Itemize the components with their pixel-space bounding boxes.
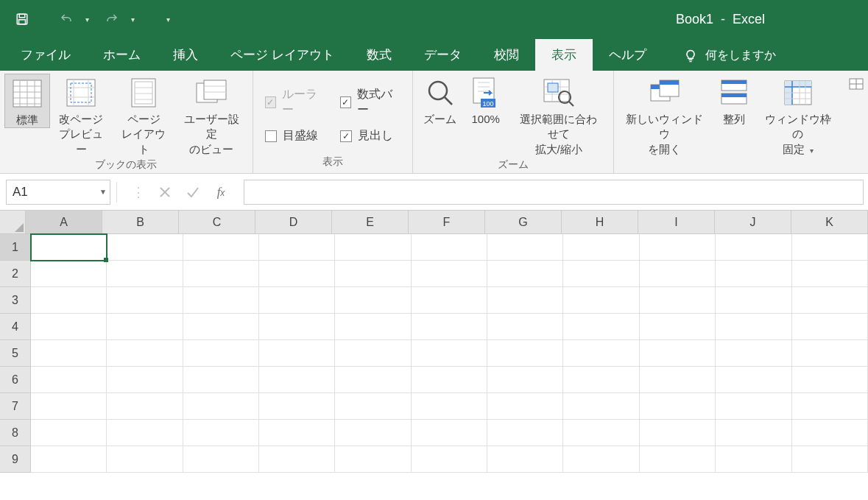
cell[interactable]: [640, 261, 716, 287]
column-header[interactable]: E: [332, 211, 409, 234]
cell[interactable]: [792, 234, 868, 261]
cell[interactable]: [259, 261, 335, 287]
cell[interactable]: [259, 446, 335, 473]
cell[interactable]: [259, 340, 335, 367]
cell[interactable]: [716, 420, 791, 446]
row-header[interactable]: 4: [0, 314, 31, 340]
cell[interactable]: [259, 367, 335, 393]
cell[interactable]: [31, 287, 107, 314]
cell[interactable]: [640, 287, 716, 314]
undo-dropdown-icon[interactable]: ▾: [85, 15, 93, 24]
cell[interactable]: [183, 234, 259, 261]
cell[interactable]: [412, 287, 487, 314]
cell[interactable]: [716, 261, 791, 287]
cell[interactable]: [335, 367, 411, 393]
cell[interactable]: [31, 234, 107, 261]
row-header[interactable]: 2: [0, 261, 31, 287]
cell[interactable]: [640, 340, 716, 367]
cell[interactable]: [563, 314, 639, 340]
custom-views-button[interactable]: ユーザー設定 のビュー: [175, 74, 248, 157]
freeze-panes-button[interactable]: ウィンドウ枠の 固定 ▾: [757, 74, 839, 157]
column-header[interactable]: D: [255, 211, 332, 234]
formula-input[interactable]: [244, 180, 864, 205]
cell[interactable]: [31, 393, 107, 420]
cell[interactable]: [259, 420, 335, 446]
cell[interactable]: [487, 287, 563, 314]
cell[interactable]: [259, 314, 335, 340]
cell[interactable]: [183, 261, 259, 287]
cell[interactable]: [183, 314, 259, 340]
cell[interactable]: [412, 367, 487, 393]
cancel-formula-button[interactable]: [157, 184, 173, 200]
tab-insert[interactable]: 挿入: [157, 39, 214, 71]
cell[interactable]: [716, 234, 791, 261]
cell[interactable]: [412, 340, 487, 367]
cell[interactable]: [107, 393, 183, 420]
cell[interactable]: [412, 446, 487, 473]
cell[interactable]: [107, 446, 183, 473]
select-all-corner[interactable]: [0, 211, 26, 234]
cell[interactable]: [792, 393, 868, 420]
cell[interactable]: [183, 367, 259, 393]
cell[interactable]: [335, 287, 411, 314]
cell[interactable]: [31, 420, 107, 446]
tab-formulas[interactable]: 数式: [350, 39, 408, 71]
qat-customize-icon[interactable]: ▾: [166, 15, 174, 24]
page-layout-view-button[interactable]: ページ レイアウト: [113, 74, 175, 157]
cell[interactable]: [183, 420, 259, 446]
cell[interactable]: [487, 340, 563, 367]
cell[interactable]: [563, 420, 639, 446]
column-header[interactable]: A: [26, 211, 102, 234]
tab-help[interactable]: ヘルプ: [593, 39, 663, 71]
redo-button[interactable]: [102, 9, 122, 29]
normal-view-button[interactable]: 標準: [4, 74, 50, 128]
column-header[interactable]: G: [485, 211, 562, 234]
cell[interactable]: [792, 287, 868, 314]
cell[interactable]: [335, 446, 411, 473]
cell[interactable]: [640, 314, 716, 340]
cell[interactable]: [412, 261, 487, 287]
cell[interactable]: [487, 367, 563, 393]
chevron-down-icon[interactable]: ▼: [99, 188, 107, 196]
cell[interactable]: [487, 393, 563, 420]
zoom-to-selection-button[interactable]: 選択範囲に合わせて 拡大/縮小: [509, 74, 609, 157]
cell[interactable]: [716, 393, 791, 420]
save-button[interactable]: [12, 9, 32, 29]
cell[interactable]: [792, 420, 868, 446]
cell[interactable]: [31, 314, 107, 340]
cell[interactable]: [640, 446, 716, 473]
cell[interactable]: [107, 340, 183, 367]
cell[interactable]: [31, 340, 107, 367]
cell[interactable]: [412, 393, 487, 420]
cell[interactable]: [107, 420, 183, 446]
cell[interactable]: [716, 314, 791, 340]
cell[interactable]: [107, 367, 183, 393]
gridlines-checkbox[interactable]: 目盛線: [265, 128, 325, 144]
insert-function-button[interactable]: fx: [213, 184, 229, 200]
headings-checkbox[interactable]: ✓ 見出し: [340, 128, 401, 144]
cell[interactable]: [183, 393, 259, 420]
cell[interactable]: [792, 340, 868, 367]
column-header[interactable]: H: [562, 211, 638, 234]
new-window-button[interactable]: 新しいウィンドウ を開く: [618, 74, 711, 157]
row-header[interactable]: 5: [0, 340, 31, 367]
cell[interactable]: [716, 446, 791, 473]
cell[interactable]: [412, 234, 487, 261]
cell[interactable]: [640, 234, 716, 261]
column-header[interactable]: J: [715, 211, 791, 234]
cell[interactable]: [716, 287, 791, 314]
cell[interactable]: [335, 340, 411, 367]
cell[interactable]: [563, 340, 639, 367]
cell[interactable]: [640, 367, 716, 393]
tab-page-layout[interactable]: ページ レイアウト: [214, 39, 350, 71]
arrange-all-button[interactable]: 整列: [711, 74, 757, 127]
cell[interactable]: [487, 420, 563, 446]
tell-me-search[interactable]: 何をしますか: [663, 48, 789, 71]
cell[interactable]: [335, 314, 411, 340]
row-header[interactable]: 6: [0, 367, 31, 393]
cell[interactable]: [640, 393, 716, 420]
cell[interactable]: [107, 234, 183, 261]
cell[interactable]: [487, 314, 563, 340]
cell[interactable]: [640, 420, 716, 446]
cell[interactable]: [259, 234, 335, 261]
